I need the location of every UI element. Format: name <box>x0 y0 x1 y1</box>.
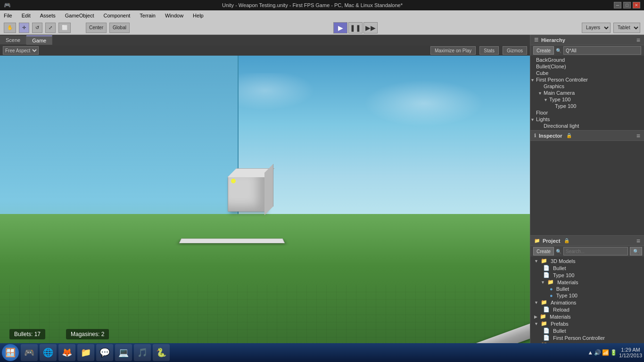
aspect-dropdown[interactable]: Free Aspect <box>3 46 39 55</box>
viewport-area: Scene Game Free Aspect Maximize on Play … <box>0 35 530 343</box>
project-item-7[interactable]: 📄Reload <box>530 306 644 313</box>
project-panel: 📁 Project 🔒 ≡ Create 🔍 🔍 ⚙ ▼📁3D Models 📄… <box>530 236 644 343</box>
inspector-icon: ℹ <box>534 133 536 138</box>
hierarchy-item-6[interactable]: ▼Type 100 <box>530 96 644 103</box>
toolbar: ✋ ✛ ↺ ⤢ ⬜ Center Global ▶ ❚❚ ▶▶ Layers T… <box>0 21 644 35</box>
gizmos-button[interactable]: Gizmos <box>503 46 527 55</box>
hierarchy-item-5[interactable]: ▼Main Camera <box>530 90 644 96</box>
hierarchy-create-button[interactable]: Create <box>533 46 554 55</box>
tray-icon-4[interactable]: 🔋 <box>610 349 617 356</box>
center-button[interactable]: Center <box>86 23 107 33</box>
taskbar-icon-6[interactable]: 💻 <box>115 344 132 361</box>
taskbar-spotify-icon[interactable]: 🎵 <box>134 344 151 361</box>
hierarchy-item-1[interactable]: Bullet(Clone) <box>530 63 644 70</box>
project-item-4[interactable]: ●Bullet <box>530 286 644 292</box>
taskbar-explorer-icon[interactable]: 📁 <box>77 344 94 361</box>
project-menu-button[interactable]: ≡ <box>636 237 640 245</box>
hierarchy-title: Hierarchy <box>541 37 565 43</box>
menu-terrain[interactable]: Terrain <box>138 12 157 19</box>
close-button[interactable]: ✕ <box>633 2 640 8</box>
play-button[interactable]: ▶ <box>333 22 347 33</box>
menu-gameobject[interactable]: GameObject <box>63 12 96 19</box>
project-item-0[interactable]: ▼📁3D Models <box>530 257 644 264</box>
title-bar: 🎮 Unity - Weapon Testing.unity - First F… <box>0 0 644 10</box>
menu-component[interactable]: Component <box>101 12 132 19</box>
minimize-button[interactable]: ─ <box>614 2 621 8</box>
taskbar-right: ▲ 🔊 📶 🔋 1:29 AM 1/12/2013 <box>587 347 642 358</box>
taskbar-firefox-icon[interactable]: 🦊 <box>58 344 75 361</box>
scene-canvas: Bullets: 17 Magasines: 2 <box>0 56 530 343</box>
taskbar-clock: 1:29 AM 1/12/2013 <box>619 347 642 358</box>
ground <box>0 214 530 344</box>
hierarchy-item-9[interactable]: ▼Lights <box>530 116 644 123</box>
menu-assets[interactable]: Assets <box>38 12 58 19</box>
global-button[interactable]: Global <box>109 23 130 33</box>
inspector-content <box>530 141 644 235</box>
taskbar-unity-icon[interactable]: 🎮 <box>21 344 38 361</box>
hierarchy-item-8[interactable]: Floor <box>530 109 644 116</box>
menu-bar: File Edit Assets GameObject Component Te… <box>0 10 644 21</box>
project-item-1[interactable]: 📄Bullet <box>530 264 644 272</box>
menu-edit[interactable]: Edit <box>20 12 33 19</box>
hierarchy-item-7[interactable]: Type 100 <box>530 103 644 109</box>
hierarchy-panel: ☰ Hierarchy ≡ Create 🔍 BackGround Bullet… <box>530 35 644 131</box>
maximize-button[interactable]: □ <box>623 2 631 8</box>
move-tool[interactable]: ✛ <box>19 23 29 33</box>
stats-button[interactable]: Stats <box>479 46 499 55</box>
hierarchy-item-4[interactable]: Graphics <box>530 83 644 90</box>
hierarchy-search-input[interactable] <box>563 46 641 55</box>
hierarchy-item-10[interactable]: Directional light <box>530 123 644 129</box>
project-search-input[interactable] <box>563 247 628 255</box>
project-filter-button[interactable]: 🔍 <box>630 247 642 255</box>
hud-magazines: Magasines: 2 <box>66 329 109 339</box>
taskbar-icon-2[interactable]: 🌐 <box>40 344 57 361</box>
floor-platform <box>179 239 285 243</box>
tray-icon-2[interactable]: 🔊 <box>594 349 601 356</box>
right-panel: ☰ Hierarchy ≡ Create 🔍 BackGround Bullet… <box>530 35 644 343</box>
menu-help[interactable]: Help <box>191 12 206 19</box>
inspector-menu-button[interactable]: ≡ <box>636 132 640 140</box>
hierarchy-list: BackGround Bullet(Clone) Cube▼First Pers… <box>530 56 644 130</box>
game-view: Bullets: 17 Magasines: 2 <box>0 56 530 343</box>
rect-tool[interactable]: ⬜ <box>58 23 71 33</box>
maximize-on-play-button[interactable]: Maximize on Play <box>430 46 476 55</box>
project-toolbar: Create 🔍 🔍 ⚙ <box>530 246 644 256</box>
hierarchy-item-3[interactable]: ▼First Person Controller <box>530 76 644 83</box>
project-item-11[interactable]: 📄First Person Controller <box>530 334 644 341</box>
taskbar: 🪟 🎮 🌐 🦊 📁 💬 💻 🎵 🐍 ▲ 🔊 📶 🔋 1:29 AM 1/12/2… <box>0 343 644 362</box>
project-item-10[interactable]: 📄Bullet <box>530 327 644 334</box>
hierarchy-menu-button[interactable]: ≡ <box>636 36 640 44</box>
project-item-6[interactable]: ▼📁Animations <box>530 299 644 306</box>
taskbar-icon-8[interactable]: 🐍 <box>153 344 170 361</box>
tab-scene[interactable]: Scene <box>0 36 26 44</box>
tab-game[interactable]: Game <box>26 35 52 45</box>
layout-dropdown[interactable]: Tablet <box>613 23 640 33</box>
tray-icon-1[interactable]: ▲ <box>587 349 593 356</box>
project-search-icon: 🔍 <box>556 249 561 254</box>
scale-tool[interactable]: ⤢ <box>45 23 56 33</box>
project-item-5[interactable]: ●Type 100 <box>530 292 644 299</box>
lock-icon[interactable]: 🔒 <box>566 133 572 138</box>
hand-tool[interactable]: ✋ <box>4 23 16 33</box>
hierarchy-icon: ☰ <box>534 37 538 42</box>
step-button[interactable]: ▶▶ <box>363 22 378 33</box>
project-item-8[interactable]: ▶📁Materials <box>530 313 644 320</box>
project-item-3[interactable]: ▼📁Materials <box>530 279 644 286</box>
hierarchy-item-0[interactable]: BackGround <box>530 57 644 63</box>
pause-button[interactable]: ❚❚ <box>348 22 363 33</box>
start-button[interactable]: 🪟 <box>2 344 19 361</box>
viewport-toolbar: Free Aspect Maximize on Play Stats Gizmo… <box>0 45 530 56</box>
layers-dropdown[interactable]: Layers <box>582 23 611 33</box>
tray-icon-3[interactable]: 📶 <box>602 349 609 356</box>
hierarchy-item-2[interactable]: Cube <box>530 70 644 76</box>
project-item-2[interactable]: 📄Type 100 <box>530 272 644 279</box>
project-create-button[interactable]: Create <box>533 247 554 255</box>
project-item-9[interactable]: ▼📁Prefabs <box>530 320 644 327</box>
project-title: Project <box>543 238 560 244</box>
menu-file[interactable]: File <box>2 12 14 19</box>
taskbar-skype-icon[interactable]: 💬 <box>96 344 113 361</box>
rotate-tool[interactable]: ↺ <box>32 23 42 33</box>
project-lock-icon[interactable]: 🔒 <box>564 238 570 243</box>
menu-window[interactable]: Window <box>163 12 185 19</box>
hierarchy-toolbar: Create 🔍 <box>530 45 644 56</box>
